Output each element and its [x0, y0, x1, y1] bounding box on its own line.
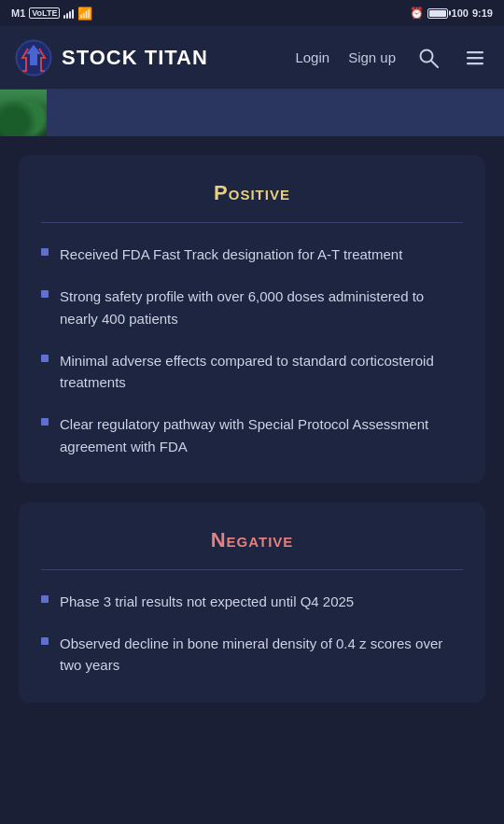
- battery-icon: [427, 8, 448, 19]
- negative-item-1: Phase 3 trial results not expected until…: [60, 591, 354, 612]
- svg-line-3: [431, 61, 438, 67]
- positive-section: Positive Received FDA Fast Track designa…: [19, 155, 485, 483]
- battery-fill: [429, 10, 446, 17]
- list-item: Clear regulatory pathway with Special Pr…: [41, 413, 463, 457]
- article-image-strip: [0, 90, 504, 136]
- bullet-icon: [41, 355, 49, 362]
- article-thumbnail: [0, 90, 47, 136]
- menu-button[interactable]: [461, 44, 489, 72]
- search-icon: [418, 48, 439, 68]
- search-button[interactable]: [414, 44, 442, 72]
- list-item: Phase 3 trial results not expected until…: [41, 591, 463, 612]
- list-item: Minimal adverse effects compared to stan…: [41, 350, 463, 394]
- navbar-brand: STOCK TITAN: [15, 39, 295, 77]
- list-item: Observed decline in bone mineral density…: [41, 633, 463, 677]
- content-area: Positive Received FDA Fast Track designa…: [0, 155, 504, 749]
- list-item: Received FDA Fast Track designation for …: [41, 244, 463, 265]
- bullet-icon: [41, 637, 49, 645]
- hamburger-icon: [465, 48, 485, 68]
- positive-divider: [41, 222, 463, 223]
- negative-title: Negative: [41, 528, 463, 552]
- positive-list: Received FDA Fast Track designation for …: [41, 244, 463, 457]
- battery-percent: 100: [452, 7, 469, 19]
- bullet-icon: [41, 290, 49, 298]
- signal-bars-icon: [63, 7, 74, 19]
- positive-item-1: Received FDA Fast Track designation for …: [60, 244, 402, 265]
- positive-item-3: Minimal adverse effects compared to stan…: [60, 350, 463, 394]
- positive-item-4: Clear regulatory pathway with Special Pr…: [60, 413, 463, 457]
- carrier-label: M1: [11, 7, 25, 19]
- positive-item-2: Strong safety profile with over 6,000 do…: [60, 286, 463, 329]
- navbar: STOCK TITAN Login Sign up: [0, 26, 504, 90]
- bullet-icon: [41, 595, 49, 603]
- svg-rect-4: [467, 51, 483, 53]
- status-right: ⏰ 100 9:19: [410, 7, 493, 20]
- negative-list: Phase 3 trial results not expected until…: [41, 591, 463, 677]
- negative-item-2: Observed decline in bone mineral density…: [60, 633, 463, 677]
- volte-badge: VoLTE: [29, 7, 60, 19]
- bullet-icon: [41, 248, 49, 256]
- positive-title: Positive: [41, 181, 463, 205]
- time-display: 9:19: [472, 7, 493, 19]
- wifi-icon: 📶: [77, 7, 92, 21]
- navbar-links: Login Sign up: [295, 44, 489, 72]
- svg-rect-5: [467, 57, 483, 59]
- svg-rect-6: [467, 63, 483, 64]
- signup-link[interactable]: Sign up: [348, 49, 396, 65]
- negative-section: Negative Phase 3 trial results not expec…: [19, 502, 485, 703]
- alarm-icon: ⏰: [410, 7, 424, 20]
- brand-name-text: STOCK TITAN: [62, 46, 208, 70]
- login-link[interactable]: Login: [295, 49, 329, 65]
- bullet-icon: [41, 418, 49, 426]
- status-bar: M1 VoLTE 📶 ⏰ 100 9:19: [0, 0, 504, 26]
- negative-divider: [41, 569, 463, 570]
- list-item: Strong safety profile with over 6,000 do…: [41, 286, 463, 329]
- brand-logo: [15, 39, 52, 77]
- status-left: M1 VoLTE 📶: [11, 7, 92, 21]
- article-thumb-bg: [0, 90, 47, 136]
